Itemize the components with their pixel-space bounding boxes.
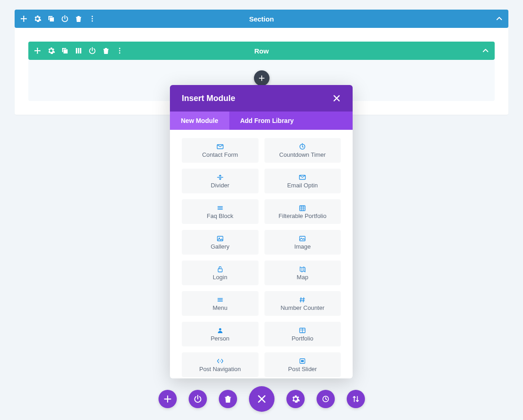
more-icon[interactable] [89, 15, 96, 22]
module-label: Portfolio [291, 335, 313, 342]
module-label: Divider [211, 182, 229, 189]
row-title: Row [254, 47, 269, 55]
more-icon[interactable] [116, 47, 123, 54]
module-label: Faq Block [207, 213, 233, 219]
tab-new-module[interactable]: New Module [170, 112, 229, 130]
bottom-toolbar [0, 386, 523, 412]
module-label: Post Navigation [199, 366, 241, 372]
add-button[interactable] [158, 390, 177, 408]
module-label: Filterable Portfolio [279, 213, 327, 219]
trash-icon[interactable] [102, 47, 110, 54]
module-label: Image [294, 243, 311, 250]
module-contact-form[interactable]: Contact Form [182, 138, 259, 163]
lines-icon [217, 204, 224, 212]
clock-icon [299, 143, 306, 150]
module-label: Map [297, 274, 308, 281]
gallery-icon [217, 235, 224, 242]
module-countdown-timer[interactable]: Countdown Timer [264, 138, 341, 163]
map-icon [299, 266, 306, 273]
module-gallery[interactable]: Gallery [182, 230, 259, 255]
history-button[interactable] [317, 390, 335, 408]
module-person[interactable]: Person [182, 322, 259, 346]
module-label: Post Slider [288, 366, 317, 372]
modal-body[interactable]: Contact FormCountdown TimerDividerEmail … [170, 130, 353, 378]
duplicate-icon[interactable] [48, 15, 55, 22]
lock-icon [217, 266, 224, 273]
section-header: Section [15, 10, 508, 28]
power-icon[interactable] [89, 47, 96, 54]
move-icon[interactable] [20, 15, 27, 22]
module-filterable-portfolio[interactable]: Filterable Portfolio [264, 199, 341, 224]
person-icon [217, 327, 224, 334]
module-label: Gallery [211, 243, 229, 250]
gear-icon[interactable] [48, 47, 55, 54]
mail-icon [299, 174, 306, 181]
move-icon[interactable] [34, 47, 41, 54]
add-module-button[interactable] [254, 70, 269, 86]
duplicate-icon[interactable] [61, 47, 69, 54]
module-divider[interactable]: Divider [182, 169, 259, 193]
row-header: Row [28, 42, 495, 60]
module-email-optin[interactable]: Email Optin [264, 169, 341, 193]
module-post-slider[interactable]: Post Slider [264, 352, 341, 377]
mail-icon [217, 143, 224, 150]
module-grid: Contact FormCountdown TimerDividerEmail … [182, 138, 341, 377]
module-map[interactable]: Map [264, 261, 341, 285]
module-label: Login [213, 274, 227, 281]
power-button[interactable] [189, 390, 207, 408]
module-label: Contact Form [202, 151, 238, 158]
modal-title: Insert Module [182, 94, 235, 103]
divider-icon [217, 174, 224, 181]
sort-button[interactable] [347, 390, 365, 408]
module-label: Person [211, 335, 229, 342]
collapse-icon[interactable] [482, 47, 489, 54]
columns-icon[interactable] [75, 47, 82, 54]
slider-icon [299, 357, 306, 365]
insert-module-modal: Insert Module New Module Add From Librar… [170, 85, 353, 378]
table-icon [299, 327, 306, 334]
settings-button[interactable] [286, 390, 305, 408]
module-login[interactable]: Login [182, 261, 259, 285]
gear-icon[interactable] [34, 15, 41, 22]
power-icon[interactable] [61, 15, 69, 22]
module-label: Menu [212, 304, 227, 311]
module-number-counter[interactable]: Number Counter [264, 291, 341, 316]
module-menu[interactable]: Menu [182, 291, 259, 316]
modal-tabs: New Module Add From Library [170, 112, 353, 130]
module-faq-block[interactable]: Faq Block [182, 199, 259, 224]
grid-date-icon [299, 204, 306, 212]
module-label: Email Optin [287, 182, 318, 189]
hash-icon [299, 296, 306, 303]
close-icon[interactable] [333, 94, 341, 102]
collapse-icon[interactable] [496, 15, 503, 22]
module-portfolio[interactable]: Portfolio [264, 322, 341, 346]
section-title: Section [249, 15, 274, 23]
module-post-navigation[interactable]: Post Navigation [182, 352, 259, 377]
module-image[interactable]: Image [264, 230, 341, 255]
module-label: Countdown Timer [279, 151, 326, 158]
close-button[interactable] [249, 386, 275, 412]
module-label: Number Counter [280, 304, 324, 311]
modal-header: Insert Module [170, 85, 353, 112]
code-icon [217, 357, 224, 365]
trash-icon[interactable] [75, 15, 82, 22]
tab-add-from-library[interactable]: Add From Library [229, 112, 305, 130]
trash-button[interactable] [219, 390, 237, 408]
lines-icon [217, 296, 224, 303]
image-icon [299, 235, 306, 242]
